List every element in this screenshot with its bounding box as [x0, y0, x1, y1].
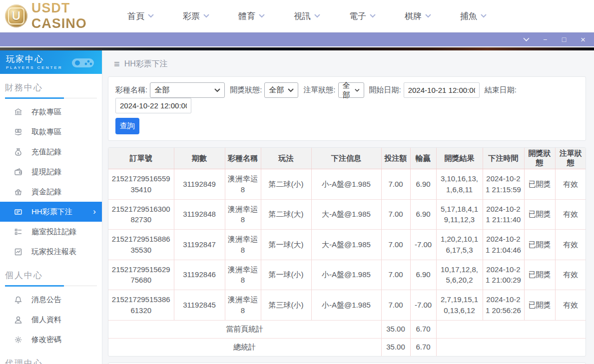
cell-order-no: 2152172951655935410	[108, 169, 174, 200]
col-header-order-no: 訂單號	[108, 148, 174, 169]
summary-empty	[436, 338, 586, 356]
table-row: 2152172951538661320 31192845 澳洲幸运8 第三球(小…	[108, 290, 586, 321]
section-rule	[5, 285, 97, 287]
cell-lottery: 澳洲幸运8	[225, 260, 261, 290]
cell-draw-result: 5,17,18,4,19,11,12,3	[436, 199, 483, 230]
window-minimize-icon[interactable]: −	[541, 36, 549, 43]
page-title: HH彩票下注	[124, 59, 168, 69]
sidebar-item-profile[interactable]: 個人資料	[0, 310, 102, 330]
end-date-input[interactable]	[115, 98, 191, 113]
order-status-label: 注單狀態:	[303, 85, 335, 95]
cell-winloss: -7.00	[410, 230, 436, 260]
cell-period: 31192847	[174, 230, 225, 260]
nav-label: 體育	[238, 10, 255, 22]
query-button[interactable]: 查詢	[115, 118, 139, 134]
cell-draw-result: 3,10,16,13,1,6,8,11	[436, 169, 483, 200]
sidebar-item-label: 資金記錄	[31, 187, 61, 197]
cell-period: 31192848	[174, 199, 225, 230]
lottery-name-label: 彩種名稱:	[115, 85, 147, 95]
cell-bet-info: 大-A盤@1.985	[311, 199, 381, 230]
sidebar-item-label: 玩家投注報表	[31, 247, 76, 257]
window-collapse-icon[interactable]	[522, 36, 530, 43]
cell-lottery: 澳洲幸运8	[225, 290, 261, 321]
cell-winloss: 6.90	[410, 199, 436, 230]
cell-period: 31192849	[174, 169, 225, 200]
chevron-down-icon	[425, 14, 431, 18]
sidebar-item-withdrawal-record[interactable]: 提現記錄	[0, 162, 102, 182]
sidebar-item-room-bet-record[interactable]: 廳室投註記錄	[0, 222, 102, 242]
sidebar-item-change-password[interactable]: 修改密碼	[0, 330, 102, 350]
cell-lottery: 澳洲幸运8	[225, 169, 261, 200]
chevron-down-icon	[203, 14, 209, 18]
sidebar-item-announcements[interactable]: 消息公告	[0, 290, 102, 310]
sidebar-item-recharge-record[interactable]: 充值記錄	[0, 142, 102, 162]
logo-badge-icon: U	[5, 4, 27, 27]
bets-table-panel: 訂單號 期數 彩種名稱 玩法 下注信息 投注額 輸贏 開獎結果 下注時間 開獎狀…	[108, 147, 586, 357]
cell-bet-time: 2024-10-21 21:04:46	[483, 230, 524, 260]
logo-letter: U	[8, 7, 24, 24]
cell-order-no: 2152172951630082730	[108, 199, 174, 230]
order-status-select[interactable]: 全部	[338, 82, 364, 98]
bets-table: 訂單號 期數 彩種名稱 玩法 下注信息 投注額 輸贏 開獎結果 下注時間 開獎狀…	[108, 148, 586, 356]
chevron-down-icon	[288, 88, 294, 92]
select-value: 全部	[343, 81, 355, 100]
lottery-name-select[interactable]: 全部	[150, 82, 225, 98]
col-header-bet-time: 下注時間	[483, 148, 524, 169]
report-icon	[14, 248, 22, 256]
col-header-order-status: 注單狀態	[555, 148, 586, 169]
select-value: 全部	[269, 85, 284, 95]
sidebar-item-funds-record[interactable]: 資金記錄	[0, 182, 102, 202]
hamburger-icon[interactable]: ≡	[114, 58, 120, 70]
chevron-down-icon	[370, 14, 376, 18]
sidebar-item-label: 修改密碼	[31, 335, 61, 345]
site-header: U USDT CASINO 首頁 彩票 體育 視訊 電子 棋牌 捕魚	[0, 0, 594, 32]
section-heading-personal: 個人中心	[5, 270, 102, 281]
cell-playtype: 第一球(小)	[261, 260, 311, 290]
window-close-icon[interactable]: ×	[579, 35, 587, 44]
nav-item-cards[interactable]: 棋牌	[405, 10, 431, 22]
logo-text: USDT CASINO	[31, 0, 127, 31]
nav-item-home[interactable]: 首頁	[127, 10, 154, 22]
ticket-icon	[14, 208, 22, 216]
logo[interactable]: U USDT CASINO	[5, 0, 127, 31]
sidebar-item-withdraw[interactable]: 取款專區	[0, 122, 102, 142]
sidebar-item-label: 存款專區	[31, 107, 61, 117]
nav-item-fishing[interactable]: 捕魚	[460, 10, 487, 22]
sidebar-item-hh-lottery-bets[interactable]: HH彩票下注 ›	[0, 202, 102, 222]
sidebar-item-deposit[interactable]: 存款專區	[0, 102, 102, 122]
sidebar-item-label: 充值記錄	[31, 147, 61, 157]
chevron-down-icon	[314, 14, 320, 18]
summary-bet-total: 35.00	[381, 338, 410, 356]
chevron-down-icon	[259, 14, 265, 18]
chevron-down-icon	[148, 14, 154, 18]
sidebar-item-label: 取款專區	[31, 127, 61, 137]
cell-draw-status: 已開獎	[524, 169, 555, 200]
nav-label: 電子	[349, 10, 366, 22]
nav-item-sports[interactable]: 體育	[238, 10, 265, 22]
nav-item-lottery[interactable]: 彩票	[183, 10, 209, 22]
chevron-down-icon	[355, 88, 360, 92]
main-content: ≡ HH彩票下注 彩種名稱: 全部 開獎狀態: 全部 注單狀態: 全部	[102, 50, 594, 364]
sidebar-item-player-bet-report[interactable]: 玩家投注報表	[0, 242, 102, 262]
cell-draw-status: 已開獎	[524, 260, 555, 290]
chevron-right-icon: ›	[93, 207, 96, 217]
summary-label: 當前頁統計	[108, 320, 381, 338]
start-date-input[interactable]	[404, 82, 480, 98]
nav-item-live[interactable]: 視訊	[294, 10, 320, 22]
purse-icon	[14, 188, 22, 196]
bell-icon	[14, 296, 22, 304]
sidebar-item-label: HH彩票下注	[31, 207, 72, 217]
nav-label: 棋牌	[405, 10, 422, 22]
cell-bet-amount: 7.00	[381, 290, 410, 321]
window-titlebar: − □ ×	[0, 32, 594, 46]
summary-empty	[436, 320, 586, 338]
cell-draw-result: 2,7,19,15,10,13,6,12	[436, 290, 483, 321]
wallet-icon	[14, 168, 22, 176]
draw-status-select[interactable]: 全部	[264, 82, 298, 98]
nav-item-slots[interactable]: 電子	[349, 10, 376, 22]
window-maximize-icon[interactable]: □	[560, 36, 568, 43]
withdraw-hand-icon	[14, 128, 22, 136]
cell-playtype: 第一球(大)	[261, 230, 311, 260]
cell-order-status: 有效	[555, 199, 586, 230]
col-header-playtype: 玩法	[261, 148, 311, 169]
